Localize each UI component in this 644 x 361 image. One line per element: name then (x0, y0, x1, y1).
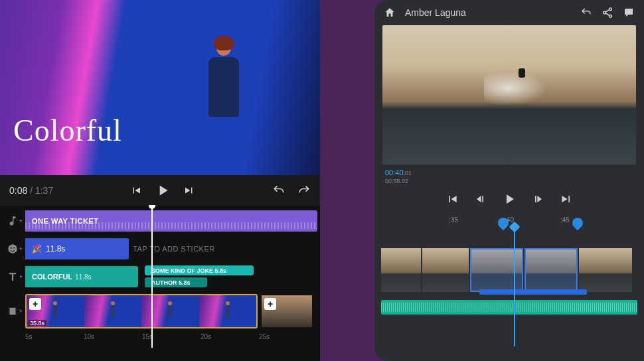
clip-duration: 35.8s (28, 320, 46, 326)
video-track-row: + + 35.8s + (0, 292, 320, 330)
svg-point-1 (11, 248, 12, 249)
text-clip-sub2[interactable]: AUTHOR 5.8s (145, 277, 207, 287)
undo-button[interactable] (580, 7, 592, 19)
home-button[interactable] (384, 7, 396, 19)
preview-subject (201, 40, 247, 153)
add-sticker-button[interactable]: + (0, 243, 25, 255)
video-editor-right: Amber Laguna 00:40;01 00:58.02 ;35;40;45 (374, 0, 644, 361)
video-clip-2[interactable]: + (260, 294, 313, 328)
text-clip-main[interactable]: COLORFUL11.8s (25, 266, 138, 287)
step-back-button[interactable] (473, 192, 487, 206)
text-clip-sub1[interactable]: SOME KIND OF JOKE 5.8s (145, 265, 254, 275)
next-button[interactable] (183, 184, 195, 196)
preview-subject (515, 64, 530, 84)
time-ruler: ;35;40;45 (374, 212, 644, 227)
preview-pane[interactable] (382, 25, 636, 165)
svg-rect-4 (8, 308, 9, 315)
svg-point-0 (8, 244, 17, 253)
skip-end-button[interactable] (560, 192, 573, 206)
video-track[interactable] (381, 248, 637, 292)
video-thumb[interactable] (422, 248, 469, 292)
skip-start-button[interactable] (445, 192, 459, 206)
share-button[interactable] (602, 7, 613, 19)
sticker-clip[interactable]: 🎉11.8s (25, 238, 129, 259)
preview-pane[interactable]: Colorful (0, 0, 320, 175)
video-thumb-selected[interactable] (524, 248, 578, 292)
sticker-track-row: + 🎉11.8s TAP TO ADD STICKER (0, 236, 320, 261)
timeline[interactable] (374, 227, 644, 361)
timecode-display: 00:40;01 00:58.02 (374, 165, 644, 186)
video-thumb[interactable] (381, 248, 421, 292)
play-button[interactable] (154, 182, 171, 199)
svg-point-2 (13, 248, 15, 249)
topbar: Amber Laguna (374, 0, 644, 25)
add-sticker-hint[interactable]: TAP TO ADD STICKER (133, 236, 215, 261)
video-thumb-selected[interactable] (470, 248, 523, 292)
current-time: 0:08 (9, 185, 27, 196)
video-thumb[interactable] (579, 248, 632, 292)
video-clip-1[interactable]: + 35.8s (25, 294, 258, 328)
time-ruler: 5s10s15s20s25s (0, 333, 320, 348)
party-icon: 🎉 (32, 244, 42, 253)
insert-before-button[interactable]: + (29, 298, 41, 310)
timeline[interactable]: + ONE WAY TICKET + 🎉11.8s TAP TO ADD STI… (0, 206, 320, 348)
play-button[interactable] (501, 191, 517, 207)
step-forward-button[interactable] (532, 192, 545, 206)
undo-button[interactable] (272, 184, 285, 197)
add-video-button[interactable]: + (0, 305, 25, 317)
music-clip[interactable]: ONE WAY TICKET (25, 210, 317, 232)
video-editor-left: Colorful 0:08 / 1:37 + ONE WAY TICKET + (0, 0, 320, 361)
svg-rect-5 (16, 308, 17, 315)
audio-track[interactable] (381, 300, 637, 315)
total-duration: 1:37 (35, 185, 53, 196)
playhead[interactable] (514, 227, 515, 346)
playback-controls (374, 186, 644, 212)
add-text-button[interactable]: + (0, 271, 25, 283)
add-music-button[interactable]: + (0, 215, 25, 227)
playhead[interactable] (151, 206, 153, 348)
insert-before-button[interactable]: + (264, 298, 276, 310)
project-title: Amber Laguna (405, 7, 571, 18)
overlay-title: Colorful (13, 113, 122, 148)
redo-button[interactable] (297, 184, 311, 197)
comment-button[interactable] (623, 7, 635, 19)
text-track-row: + COLORFUL11.8s SOME KIND OF JOKE 5.8s A… (0, 264, 320, 289)
prev-button[interactable] (130, 184, 142, 196)
music-track-row: + ONE WAY TICKET (0, 208, 320, 234)
playback-controls: 0:08 / 1:37 (0, 175, 320, 206)
time-display: 0:08 / 1:37 (9, 185, 53, 196)
selection-range[interactable] (479, 289, 587, 295)
